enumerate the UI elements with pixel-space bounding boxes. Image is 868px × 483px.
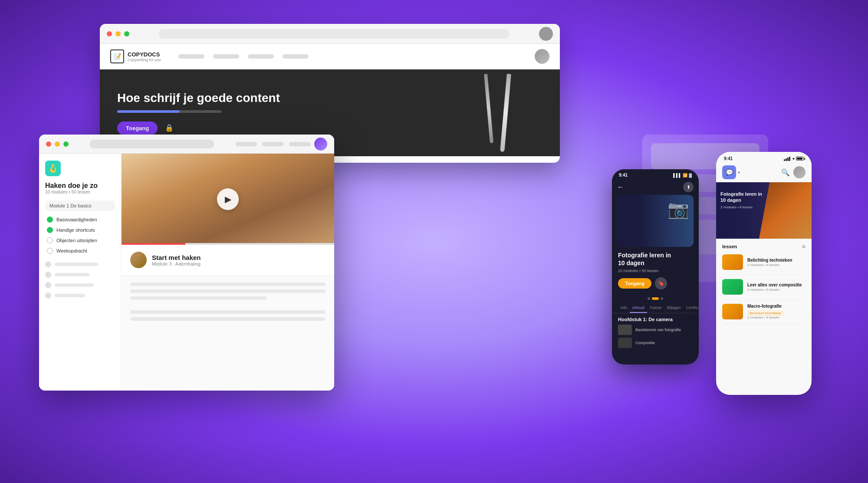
sidebar-logo: 🪝 <box>45 161 115 176</box>
ph-dot-3 <box>45 282 51 288</box>
bar-2 <box>786 158 787 161</box>
nav-link-3 <box>289 142 311 146</box>
course-meta-2: 2 modules • 6 lessen <box>747 288 802 292</box>
tab-trainer[interactable]: Trainer <box>647 303 664 313</box>
hero-progress-fill <box>117 110 180 113</box>
phone-back-course-title: Fotografie leren in10 dagen <box>618 251 693 267</box>
phone-course-card-3[interactable]: Macro-fotografie Binnenkort beschikbaar … <box>716 301 812 322</box>
ph-dot-4 <box>45 292 51 299</box>
back-arrow-icon[interactable]: ← <box>617 183 624 191</box>
nav-item-3 <box>248 54 274 59</box>
content-placeholder-lines <box>122 276 334 331</box>
sidebar-modules: Module 1 De basics Basisvaardigheden Han… <box>45 200 115 256</box>
copydocs-logo: 📝 COPYDOCS Copywriting for you <box>110 49 161 63</box>
dot-3 <box>661 297 663 300</box>
copydocs-logo-text-area: COPYDOCS Copywriting for you <box>128 51 161 62</box>
search-icon[interactable]: 🔍 <box>781 168 790 177</box>
nav-link-1 <box>235 142 257 146</box>
phone-hero-text-area: Fotografie leren in 10 dagen 2 modules •… <box>720 191 764 209</box>
play-button[interactable]: ▶ <box>217 188 239 210</box>
status-icons-back: ▌▌▌ 📶 ▓ <box>673 173 692 177</box>
phone-back-section: Hoofdstuk 1: De camera Basiskennis van f… <box>612 313 699 354</box>
ph-content-1 <box>130 283 326 286</box>
ph-spacer <box>130 303 326 310</box>
phone-front-window: 9:41 ▾ 💬 ▾ 🔍 Fotografie leren in 10 dag <box>716 152 812 395</box>
main-nav-avatar <box>314 138 327 151</box>
ph-content-2 <box>130 289 326 293</box>
lesson-title: Start met haken <box>152 254 201 261</box>
module-1-title[interactable]: Module 1 De basics <box>45 200 115 211</box>
divider-3 <box>722 324 806 324</box>
ph-row-4 <box>45 292 115 299</box>
nav-link-2 <box>262 142 284 146</box>
url-bar-back[interactable] <box>159 29 510 39</box>
main-dot-yellow[interactable] <box>55 141 60 147</box>
phone-back-buttons: Toegang 🔖 <box>618 277 693 289</box>
video-progress-bar[interactable] <box>122 243 334 245</box>
phone-back-status-bar: 9:41 ▌▌▌ 📶 ▓ <box>612 169 699 179</box>
phone-front-time: 9:41 <box>724 156 733 161</box>
lesson-subtitle: Module 3 · Ademhaling <box>152 261 201 266</box>
phone-bookmark-button[interactable]: 🔖 <box>655 277 667 289</box>
course-title-badge-row: Macro-fotografie Binnenkort beschikbaar <box>747 304 806 315</box>
nav-item-1 <box>178 54 204 59</box>
photo-share-icon[interactable]: ⬆ <box>683 182 694 192</box>
wifi-icon-back: 📶 <box>683 173 687 177</box>
course-meta-1: 2 modules • 8 lessen <box>747 263 792 267</box>
phone-back-header: ← ⬆ <box>612 179 699 195</box>
nav-item-4 <box>283 54 309 59</box>
tab-inhoud[interactable]: Inhoud <box>630 303 647 313</box>
phone-lesson-item-1[interactable]: Basiskennis van fotografie <box>618 325 693 335</box>
phone-toegang-button[interactable]: Toegang <box>618 278 651 289</box>
copydocs-user-avatar <box>535 49 549 64</box>
divider-2 <box>722 299 806 299</box>
toegang-button[interactable]: Toegang <box>117 122 158 135</box>
sidebar-item-weekopdracht[interactable]: Weekopdracht <box>45 246 115 256</box>
chevron-down-icon[interactable]: ▾ <box>738 170 740 175</box>
lesson-dot-3 <box>47 237 53 243</box>
ph-dot-1 <box>45 261 51 267</box>
signal-icon: ▌▌▌ <box>673 173 681 177</box>
status-icons-front: ▾ <box>784 157 804 161</box>
tab-certificaat[interactable]: Certificaat <box>684 303 699 313</box>
main-dot-red[interactable] <box>46 141 51 147</box>
sidebar-course-title: Haken doe je zo <box>45 181 115 190</box>
hero-content: Hoe schrijf je goede content Toegang 🔒 <box>117 91 280 135</box>
course-title-2: Leer alles over compositie <box>747 283 802 288</box>
copydocs-brand-name: COPYDOCS <box>128 51 161 58</box>
ph-dot-2 <box>45 272 51 278</box>
wifi-icon-front: ▾ <box>792 157 795 161</box>
phone-front-header: 💬 ▾ 🔍 <box>716 163 812 182</box>
pencil-2 <box>500 74 511 152</box>
dot-yellow[interactable] <box>115 31 121 36</box>
phone-user-avatar[interactable] <box>793 166 806 178</box>
lesson-label-3: Objecten uitsnijden <box>56 238 97 243</box>
sidebar-item-objecten[interactable]: Objecten uitsnijden <box>45 235 115 246</box>
phone-lesson-item-2[interactable]: Compositie <box>618 338 693 348</box>
sidebar-item-basisvaardigheden[interactable]: Basisvaardigheden <box>45 214 115 225</box>
main-dot-green[interactable] <box>63 141 69 147</box>
phone-back-course-meta: 10 modules • 50 lessen <box>618 269 693 273</box>
phone-course-card-1[interactable]: Belichting technieken 2 modules • 8 less… <box>716 252 812 273</box>
lesson-text-2: Compositie <box>635 341 655 345</box>
lesson-instructor-avatar <box>130 252 147 268</box>
course-info-2: Leer alles over compositie 2 modules • 6… <box>747 283 802 292</box>
course-info-3: Macro-fotografie Binnenkort beschikbaar … <box>747 304 806 319</box>
dot-2-active <box>652 297 659 300</box>
url-bar-main[interactable] <box>89 140 214 148</box>
sidebar-logo-icon: 🪝 <box>45 161 61 176</box>
lesson-thumb-2 <box>618 338 632 348</box>
phone-front-logo: 💬 <box>722 165 736 179</box>
dot-green[interactable] <box>124 31 129 36</box>
sidebar-item-shortcuts[interactable]: Handige shortcuts <box>45 225 115 235</box>
course-badge-3: Binnenkort beschikbaar <box>747 311 783 315</box>
tab-bijlagen[interactable]: Bijlagen <box>664 303 684 313</box>
filter-icon[interactable]: ≡ <box>802 243 806 250</box>
tab-info[interactable]: Info <box>618 303 630 313</box>
dot-red[interactable] <box>107 31 112 36</box>
phone-section-title: Hoofdstuk 1: De camera <box>618 317 693 322</box>
phone-front-course-list: lessen ≡ Belichting technieken 2 modules… <box>716 239 812 391</box>
ph-content-5 <box>130 317 326 321</box>
phone-course-card-2[interactable]: Leer alles over compositie 2 modules • 6… <box>716 276 812 297</box>
copydocs-header: 📝 COPYDOCS Copywriting for you <box>100 44 560 69</box>
